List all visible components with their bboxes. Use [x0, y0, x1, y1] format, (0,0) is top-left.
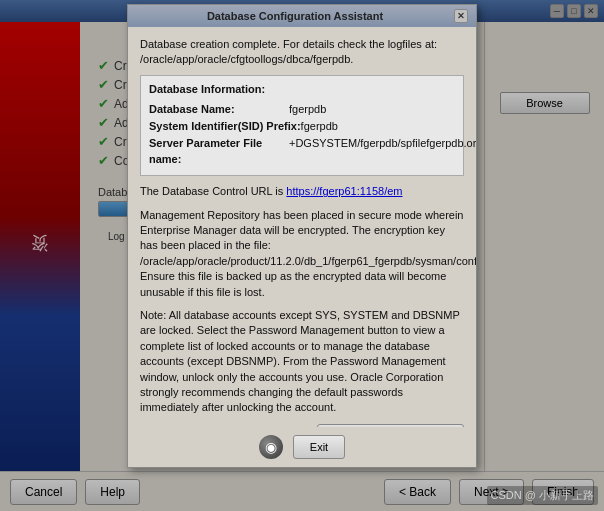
- em-url-link[interactable]: https://fgerp61:1158/em: [286, 185, 402, 197]
- spfile-row: Server Parameter File name: +DGSYSTEM/fg…: [149, 136, 455, 167]
- management-text: Management Repository has been placed in…: [140, 209, 476, 298]
- spfile-label: Server Parameter File name:: [149, 136, 289, 167]
- db-name-label: Database Name:: [149, 102, 289, 117]
- url-prefix-text: The Database Control URL is: [140, 185, 286, 197]
- sid-label: System Identifier(SID) Prefix:: [149, 119, 301, 134]
- password-management-button[interactable]: Password Management...: [317, 424, 464, 427]
- modal-body: Database creation complete. For details …: [128, 27, 476, 427]
- modal-close-button[interactable]: ✕: [454, 9, 468, 23]
- watermark: CSDN @ 小新手上路: [487, 486, 598, 505]
- modal-footer: ◉ Exit: [128, 427, 476, 467]
- modal-title: Database Configuration Assistant: [136, 10, 454, 22]
- creation-complete-section: Database creation complete. For details …: [140, 37, 464, 68]
- sid-value: fgerpdb: [301, 119, 338, 134]
- creation-complete-text: Database creation complete. For details …: [140, 38, 437, 65]
- modal-titlebar: Database Configuration Assistant ✕: [128, 5, 476, 27]
- management-section: Management Repository has been placed in…: [140, 208, 464, 300]
- db-name-value: fgerpdb: [289, 102, 326, 117]
- sid-row: System Identifier(SID) Prefix: fgerpdb: [149, 119, 455, 134]
- db-info-header: Database Information:: [149, 82, 455, 97]
- spfile-value: +DGSYSTEM/fgerpdb/spfilefgerpdb.ora: [289, 136, 476, 167]
- modal-dialog: Database Configuration Assistant ✕ Datab…: [127, 4, 477, 468]
- note-text: Note: All database accounts except SYS, …: [140, 309, 460, 413]
- note-section: Note: All database accounts except SYS, …: [140, 308, 464, 416]
- url-section: The Database Control URL is https://fger…: [140, 184, 464, 199]
- modal-overlay: Database Configuration Assistant ✕ Datab…: [0, 0, 604, 511]
- exit-button[interactable]: Exit: [293, 435, 345, 459]
- db-info-box: Database Information: Database Name: fge…: [140, 75, 464, 176]
- modal-oracle-icon: ◉: [259, 435, 283, 459]
- db-name-row: Database Name: fgerpdb: [149, 102, 455, 117]
